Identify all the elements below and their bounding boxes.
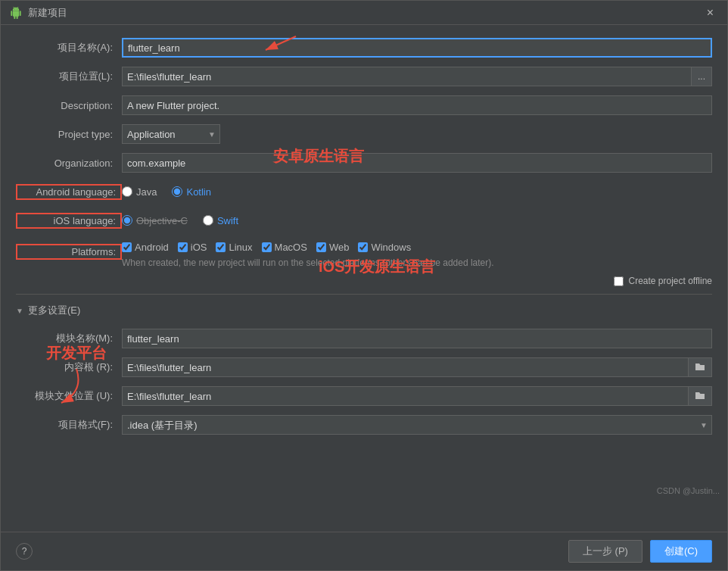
module-file-browse-button[interactable] <box>689 386 712 406</box>
platform-android-checkbox[interactable] <box>122 242 132 252</box>
android-java-radio[interactable] <box>122 186 132 197</box>
dialog-footer: ? 上一步 (P) 创建(C) <box>1 532 727 570</box>
ios-objc-option[interactable]: Objective-C <box>122 215 188 226</box>
platform-windows[interactable]: Windows <box>358 242 411 253</box>
android-java-option[interactable]: Java <box>122 186 157 198</box>
ios-swift-option[interactable]: Swift <box>203 215 238 226</box>
project-location-input-group: ... <box>122 67 712 86</box>
module-file-input-group <box>122 386 712 406</box>
platform-windows-label: Windows <box>371 242 411 253</box>
project-format-label: 项目格式(F): <box>16 418 122 432</box>
project-type-label: Project type: <box>16 129 122 140</box>
footer-right: 上一步 (P) 创建(C) <box>568 540 712 563</box>
platforms-checkboxes: Android iOS Linux MacOS <box>122 242 494 253</box>
module-file-location-label: 模块文件位置 (U): <box>16 389 122 403</box>
folder-icon <box>695 362 705 371</box>
ios-swift-label: Swift <box>217 215 238 226</box>
offline-row: Create project offline <box>16 276 712 286</box>
folder-icon-2 <box>695 391 705 400</box>
ios-language-annotation: iOS开发原生语言 <box>319 257 435 277</box>
platforms-hint-text: When created, the new project will run o… <box>122 257 494 268</box>
platform-ios[interactable]: iOS <box>178 242 207 253</box>
project-type-select[interactable]: Application Plugin Package Module <box>122 124 220 144</box>
collapse-icon: ▼ <box>16 307 23 315</box>
platform-web[interactable]: Web <box>316 242 350 253</box>
project-name-label: 项目名称(A): <box>16 41 122 55</box>
platform-linux-label: Linux <box>229 242 252 253</box>
platform-macos-checkbox[interactable] <box>262 242 272 252</box>
project-type-dropdown-wrapper: Application Plugin Package Module ▼ <box>122 124 220 144</box>
platforms-group-container: Android iOS Linux MacOS <box>122 242 494 268</box>
platform-android-label: Android <box>135 242 169 253</box>
content-root-input-group <box>122 357 712 377</box>
android-kotlin-option[interactable]: Kotlin <box>172 186 211 198</box>
ios-language-row: iOS language: Objective-C Swift iOS开发原生语… <box>16 210 712 231</box>
android-java-label: Java <box>136 186 157 198</box>
project-format-row: 项目格式(F): .idea (基于目录) .ipr (基于文件) ▼ <box>16 414 712 435</box>
footer-left: ? <box>16 543 33 560</box>
project-location-input[interactable] <box>122 67 692 86</box>
prev-step-button[interactable]: 上一步 (P) <box>568 540 642 563</box>
project-location-browse-button[interactable]: ... <box>692 67 712 86</box>
watermark: CSDN @Justin... <box>657 486 720 495</box>
project-location-row: 项目位置(L): ... <box>16 66 712 87</box>
organization-row: Organization: <box>16 152 712 173</box>
organization-input[interactable] <box>122 153 712 173</box>
android-kotlin-radio[interactable] <box>172 186 182 197</box>
content-root-input[interactable] <box>122 357 689 377</box>
android-language-row: Android language: Java Kotlin <box>16 181 712 202</box>
project-format-dropdown-wrapper: .idea (基于目录) .ipr (基于文件) ▼ <box>122 415 712 435</box>
more-settings-header[interactable]: ▼ 更多设置(E) <box>16 301 712 320</box>
platform-macos[interactable]: MacOS <box>262 242 307 253</box>
project-location-label: 项目位置(L): <box>16 70 122 83</box>
project-name-row: 项目名称(A): <box>16 37 712 58</box>
platform-windows-checkbox[interactable] <box>358 242 368 252</box>
offline-label: Create project offline <box>628 276 712 286</box>
title-bar: 新建项目 × <box>1 1 727 25</box>
module-file-location-row: 模块文件位置 (U): <box>16 385 712 407</box>
ios-objc-radio[interactable] <box>122 215 132 226</box>
platform-macos-label: MacOS <box>275 242 307 253</box>
ios-swift-radio[interactable] <box>203 215 213 226</box>
platforms-label: Platforms: <box>16 244 122 260</box>
title-bar-left: 新建项目 <box>10 6 67 20</box>
dialog-title: 新建项目 <box>28 6 67 20</box>
platform-linux[interactable]: Linux <box>216 242 252 253</box>
module-file-input[interactable] <box>122 386 689 406</box>
android-language-annotation: 安卓原生语言 <box>273 146 364 167</box>
platform-ios-label: iOS <box>191 242 207 253</box>
section-separator <box>16 294 712 295</box>
ios-language-group: Objective-C Swift <box>122 215 238 226</box>
project-format-select[interactable]: .idea (基于目录) .ipr (基于文件) <box>122 415 712 435</box>
description-row: Description: <box>16 95 712 116</box>
create-button[interactable]: 创建(C) <box>650 540 712 563</box>
platform-web-checkbox[interactable] <box>316 242 326 252</box>
module-name-row: 模块名称(M): <box>16 328 712 349</box>
description-input[interactable] <box>122 95 712 115</box>
close-button[interactable]: × <box>702 5 718 20</box>
offline-checkbox[interactable] <box>614 276 624 286</box>
content-root-browse-button[interactable] <box>689 357 712 377</box>
content-root-label: 内容根 (R): <box>16 360 122 374</box>
ios-language-label: iOS language: <box>16 213 122 229</box>
module-name-label: 模块名称(M): <box>16 332 122 345</box>
platform-ios-checkbox[interactable] <box>178 242 188 252</box>
help-button[interactable]: ? <box>16 543 33 560</box>
platform-web-label: Web <box>329 242 350 253</box>
project-name-input[interactable] <box>122 38 712 58</box>
platform-linux-checkbox[interactable] <box>216 242 226 252</box>
android-language-group: Java Kotlin <box>122 186 211 198</box>
platform-android[interactable]: Android <box>122 242 169 253</box>
content-root-row: 内容根 (R): <box>16 357 712 378</box>
ios-objc-label: Objective-C <box>136 215 188 226</box>
android-kotlin-label: Kotlin <box>186 186 211 198</box>
android-language-label: Android language: <box>16 184 122 200</box>
android-icon <box>10 7 22 19</box>
description-label: Description: <box>16 100 122 111</box>
more-settings-label: 更多设置(E) <box>28 304 80 317</box>
organization-label: Organization: <box>16 158 122 169</box>
module-name-input[interactable] <box>122 329 712 348</box>
new-project-dialog: 新建项目 × 项目名称(A): 项目位置(L): ... <box>0 0 728 571</box>
dialog-content: 项目名称(A): 项目位置(L): ... Description: <box>1 25 727 532</box>
project-type-row: Project type: Application Plugin Package… <box>16 123 712 145</box>
